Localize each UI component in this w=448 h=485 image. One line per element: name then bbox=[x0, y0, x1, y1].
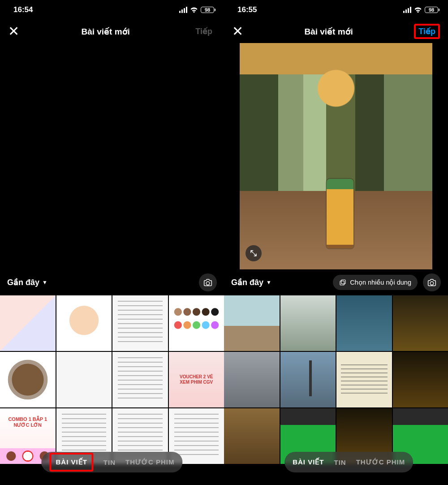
gallery-thumb[interactable] bbox=[0, 352, 56, 407]
gallery-thumb[interactable] bbox=[280, 295, 336, 351]
close-button[interactable]: ✕ bbox=[232, 25, 243, 38]
mode-story[interactable]: TIN bbox=[103, 459, 116, 466]
gallery-thumb[interactable] bbox=[393, 352, 448, 407]
album-label: Gần đây bbox=[7, 277, 39, 287]
status-time: 16:54 bbox=[13, 5, 33, 14]
status-right: 98 bbox=[403, 7, 438, 13]
wifi-icon bbox=[190, 7, 198, 13]
screen-left: 16:54 98 ✕ Bài viết mới Tiếp Gần đây ▼ bbox=[0, 0, 224, 485]
gallery-thumb[interactable] bbox=[224, 408, 280, 464]
preview-selected-photo bbox=[240, 43, 432, 269]
gallery-thumb[interactable] bbox=[224, 295, 280, 351]
album-label: Gần đây bbox=[231, 277, 263, 287]
gallery-thumb[interactable] bbox=[56, 352, 112, 407]
gallery-thumb[interactable]: VOUCHER 2 VÉ XEM PHIM CGV bbox=[169, 352, 224, 407]
page-title: Bài viết mới bbox=[81, 26, 129, 37]
preview-area[interactable] bbox=[224, 43, 448, 269]
preview-area[interactable] bbox=[0, 43, 224, 269]
gallery-thumb[interactable] bbox=[336, 352, 392, 407]
next-button[interactable]: Tiếp bbox=[192, 25, 216, 38]
status-time: 16:55 bbox=[237, 5, 257, 14]
cellular-icon bbox=[403, 7, 411, 13]
status-right: 98 bbox=[179, 7, 214, 13]
album-dropdown[interactable]: Gần đây ▼ bbox=[7, 277, 47, 287]
page-title: Bài viết mới bbox=[304, 26, 353, 37]
gallery-thumb[interactable] bbox=[169, 295, 224, 351]
gallery-thumb[interactable] bbox=[280, 352, 336, 407]
header: ✕ Bài viết mới Tiếp bbox=[224, 20, 448, 43]
battery-icon: 98 bbox=[201, 7, 214, 13]
multi-select-label: Chọn nhiều nội dung bbox=[350, 279, 411, 286]
chevron-down-icon: ▼ bbox=[266, 279, 271, 286]
svg-rect-1 bbox=[341, 280, 345, 284]
gallery-thumb[interactable] bbox=[336, 295, 392, 351]
mode-reel[interactable]: THƯỚC PHIM bbox=[125, 458, 175, 466]
gallery-toolbar: Gần đây ▼ Chọn nhiều nội dung bbox=[224, 269, 448, 295]
camera-icon bbox=[203, 278, 212, 287]
mode-reel[interactable]: THƯỚC PHIM bbox=[356, 458, 405, 466]
camera-button[interactable] bbox=[199, 273, 217, 291]
album-dropdown[interactable]: Gần đây ▼ bbox=[231, 277, 271, 287]
battery-icon: 98 bbox=[425, 7, 438, 13]
gallery-toolbar: Gần đây ▼ bbox=[0, 269, 224, 295]
gallery-thumb[interactable] bbox=[224, 352, 280, 407]
mode-selector[interactable]: BÀI VIẾT TIN THƯỚC PHIM bbox=[41, 452, 182, 472]
mode-post[interactable]: BÀI VIẾT bbox=[293, 458, 324, 466]
camera-icon bbox=[427, 278, 436, 287]
gallery-thumb[interactable] bbox=[393, 295, 448, 351]
next-button[interactable]: Tiếp bbox=[414, 24, 440, 39]
gallery-thumb[interactable] bbox=[112, 352, 168, 407]
wifi-icon bbox=[414, 7, 422, 13]
status-bar: 16:55 98 bbox=[224, 0, 448, 20]
gallery-thumb[interactable] bbox=[0, 295, 56, 351]
cellular-icon bbox=[179, 7, 187, 13]
status-bar: 16:54 98 bbox=[0, 0, 224, 20]
expand-icon bbox=[250, 250, 257, 257]
svg-rect-0 bbox=[340, 281, 344, 285]
gallery-thumb[interactable] bbox=[56, 295, 112, 351]
mode-post[interactable]: BÀI VIẾT bbox=[49, 453, 93, 472]
mode-selector[interactable]: BÀI VIẾT TIN THƯỚC PHIM bbox=[284, 452, 413, 472]
mode-story[interactable]: TIN bbox=[334, 459, 346, 466]
chevron-down-icon: ▼ bbox=[42, 279, 47, 286]
gallery-thumb[interactable] bbox=[112, 295, 168, 351]
multi-select-button[interactable]: Chọn nhiều nội dung bbox=[333, 275, 418, 290]
close-button[interactable]: ✕ bbox=[8, 25, 19, 38]
multi-select-icon bbox=[339, 279, 346, 286]
screen-right: 16:55 98 ✕ Bài viết mới Tiếp Gần đây ▼ bbox=[224, 0, 448, 485]
expand-button[interactable] bbox=[246, 245, 262, 261]
camera-button[interactable] bbox=[423, 273, 441, 291]
header: ✕ Bài viết mới Tiếp bbox=[0, 20, 224, 43]
